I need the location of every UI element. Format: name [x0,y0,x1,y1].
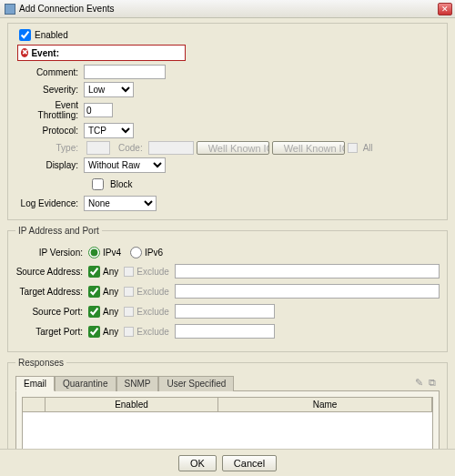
error-icon: ✖ [21,48,28,57]
type-input-disabled [86,141,110,155]
type-label: Type: [15,143,84,153]
responses-tab-panel: Enabled Name [15,391,440,449]
code-input-disabled [148,141,194,155]
cancel-button[interactable]: Cancel [222,455,277,471]
source-address-input[interactable] [175,264,440,279]
target-address-exclude-checkbox-disabled [124,287,134,297]
footer: OK Cancel [0,449,455,476]
responses-col-name[interactable]: Name [218,398,432,411]
window-close-button[interactable]: ✕ [438,3,452,15]
responses-table-body [23,412,432,449]
ipv6-radio[interactable] [130,247,142,258]
severity-label: Severity: [15,85,84,95]
content-area: Enabled ✖ Event: Comment: Severity: Low … [0,18,455,449]
comment-input[interactable] [84,65,166,79]
ip-version-label: IP Version: [15,248,88,258]
tab-email[interactable]: Email [15,376,55,391]
source-address-exclude-checkbox-disabled [124,267,134,277]
target-port-input[interactable] [175,324,275,339]
any-label: Any [103,287,118,297]
event-input[interactable] [63,47,182,59]
titlebar: Add Connection Events ✕ [0,0,455,18]
responses-group: Responses Email Quarantine SNMP User Spe… [7,358,448,449]
ipv4-label: IPv4 [103,248,121,258]
throttling-input[interactable] [84,103,113,117]
well-known-icmp4-button-disabled: Well Known ICMP... [197,141,269,155]
target-address-any-checkbox[interactable] [88,286,100,298]
all-checkbox-disabled [348,143,358,153]
ipv4-radio[interactable] [88,247,100,258]
target-port-label: Target Port: [15,327,88,337]
log-evidence-select[interactable]: None [84,196,157,211]
target-port-exclude-checkbox-disabled [124,327,134,337]
exclude-label: Exclude [136,327,169,337]
display-select[interactable]: Without Raw [84,157,166,173]
enabled-checkbox[interactable] [19,29,31,41]
code-label: Code: [113,143,146,153]
target-address-label: Target Address: [15,287,88,297]
responses-tabs: Email Quarantine SNMP User Specified ✎ ⧉ [15,375,440,391]
target-port-any-checkbox[interactable] [88,326,100,338]
exclude-label: Exclude [136,287,169,297]
source-port-label: Source Port: [15,307,88,317]
app-icon [5,4,15,15]
tab-user-specified[interactable]: User Specified [158,376,234,391]
source-port-exclude-checkbox-disabled [124,307,134,317]
comment-label: Comment: [15,67,84,77]
block-checkbox[interactable] [92,178,104,190]
tab-snmp[interactable]: SNMP [116,376,159,391]
display-label: Display: [15,160,84,170]
all-label: All [360,143,379,153]
ipv6-label: IPv6 [145,248,163,258]
target-address-input[interactable] [175,284,440,299]
source-port-any-checkbox[interactable] [88,306,100,318]
throttling-label: Event Throttling: [15,100,84,120]
source-port-input[interactable] [175,304,275,319]
severity-select[interactable]: Low [84,82,134,97]
source-address-any-checkbox[interactable] [88,266,100,278]
responses-col-enabled[interactable]: Enabled [46,398,218,411]
exclude-label: Exclude [136,307,169,317]
protocol-label: Protocol: [15,126,84,136]
exclude-label: Exclude [136,267,169,277]
any-label: Any [103,267,118,277]
block-label: Block [110,179,132,189]
ok-button[interactable]: OK [178,455,217,471]
ip-address-port-group: IP Address and Port IP Version: IPv4 IPv… [7,226,448,352]
general-panel: Enabled ✖ Event: Comment: Severity: Low … [7,23,448,220]
event-field-error: ✖ Event: [17,45,186,61]
responses-legend: Responses [15,358,66,368]
copy-icon[interactable]: ⧉ [429,377,436,389]
any-label: Any [103,327,118,337]
window-title: Add Connection Events [19,4,115,14]
responses-col-checkbox[interactable] [23,398,46,411]
enabled-label: Enabled [35,30,68,40]
tab-quarantine[interactable]: Quarantine [55,376,116,391]
edit-icon[interactable]: ✎ [415,377,423,389]
protocol-select[interactable]: TCP [84,123,134,138]
well-known-icmp6-button-disabled: Well Known ICMPv6... [272,141,345,155]
event-label: Event: [31,48,59,58]
log-evidence-label: Log Evidence: [15,198,84,208]
source-address-label: Source Address: [15,267,88,277]
any-label: Any [103,307,118,317]
responses-table: Enabled Name [22,397,433,449]
ip-group-legend: IP Address and Port [15,226,102,236]
